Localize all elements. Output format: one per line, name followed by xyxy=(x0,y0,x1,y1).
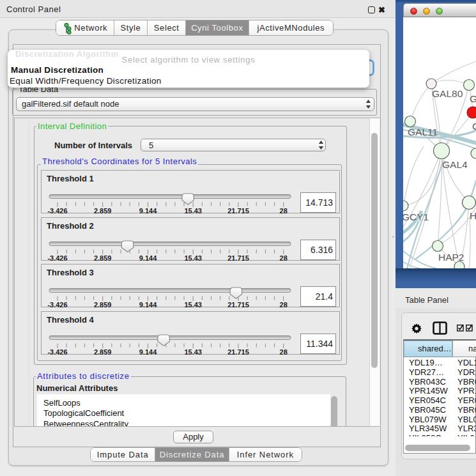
svg-text:-3.426: -3.426 xyxy=(47,348,67,355)
svg-text:-3.426: -3.426 xyxy=(47,254,67,261)
svg-text:15.43: 15.43 xyxy=(184,348,202,355)
svg-text:GAL4: GAL4 xyxy=(442,159,468,170)
svg-text:21.715: 21.715 xyxy=(227,254,249,261)
svg-text:2.859: 2.859 xyxy=(94,207,112,215)
svg-text:9.144: 9.144 xyxy=(139,348,157,355)
svg-text:28: 28 xyxy=(280,348,288,355)
svg-text:15.43: 15.43 xyxy=(184,207,202,215)
svg-text:21.715: 21.715 xyxy=(227,207,249,215)
svg-text:-3.426: -3.426 xyxy=(47,207,67,215)
svg-text:GAL80: GAL80 xyxy=(432,88,463,99)
svg-text:21.715: 21.715 xyxy=(227,348,249,355)
svg-text:HI: HI xyxy=(470,210,476,221)
svg-text:9.144: 9.144 xyxy=(139,301,157,309)
svg-text:2.859: 2.859 xyxy=(94,301,112,309)
svg-text:-3.426: -3.426 xyxy=(47,301,67,309)
svg-text:28: 28 xyxy=(280,301,288,309)
svg-text:GA: GA xyxy=(470,93,476,104)
svg-text:15.43: 15.43 xyxy=(184,301,202,309)
svg-text:21.715: 21.715 xyxy=(227,301,249,309)
svg-text:9.144: 9.144 xyxy=(139,254,157,261)
svg-text:28: 28 xyxy=(280,207,288,215)
svg-text:GCY1: GCY1 xyxy=(403,211,429,222)
svg-text:9.144: 9.144 xyxy=(139,207,157,215)
svg-text:GAL11: GAL11 xyxy=(408,127,438,137)
svg-text:15.43: 15.43 xyxy=(184,254,202,261)
svg-text:CY: CY xyxy=(472,121,476,132)
svg-text:2.859: 2.859 xyxy=(94,254,112,261)
svg-text:2.859: 2.859 xyxy=(94,348,112,355)
svg-text:28: 28 xyxy=(280,254,288,261)
svg-text:HAP2: HAP2 xyxy=(438,252,464,263)
